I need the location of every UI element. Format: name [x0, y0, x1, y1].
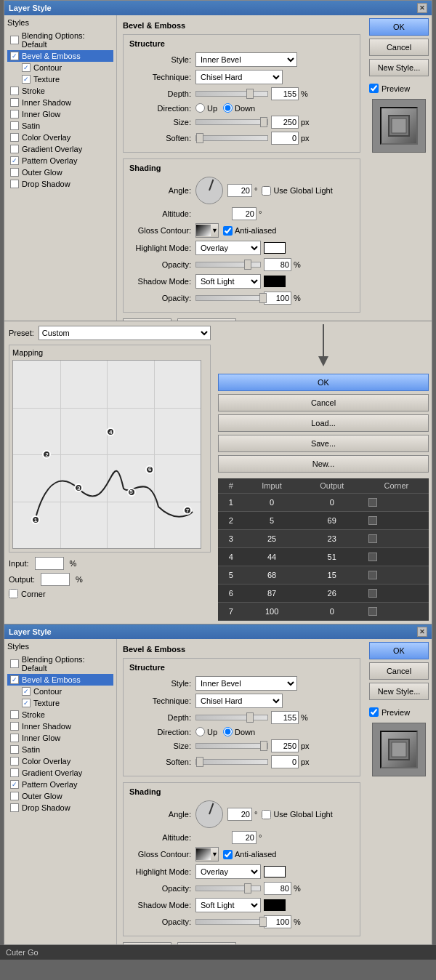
technique-dropdown-2[interactable]: Chisel Hard [195, 694, 283, 708]
technique-dropdown[interactable]: Chisel Hard [195, 70, 283, 84]
highlight-mode-dropdown-2[interactable]: Overlay [195, 864, 261, 879]
sidebar-1-item-2[interactable]: Contour [7, 62, 113, 73]
sidebar-2-check-2[interactable] [22, 687, 31, 696]
reset-to-default-btn-2[interactable]: Reset to Default [177, 942, 236, 944]
soften-input-2[interactable] [271, 755, 299, 768]
direction-up-option-2[interactable]: Up [195, 727, 217, 736]
style-dropdown[interactable]: Inner Bevel [195, 52, 297, 67]
reset-to-default-btn[interactable]: Reset to Default [177, 318, 236, 321]
sidebar-2-check-10[interactable] [10, 780, 19, 789]
curve-ok-btn[interactable]: OK [218, 374, 429, 391]
sidebar-2-item-12[interactable]: Drop Shadow [7, 802, 113, 814]
sidebar-1-item-9[interactable]: Gradient Overlay [7, 143, 113, 155]
size-input-2[interactable] [271, 739, 299, 752]
use-global-light-option-2[interactable]: Use Global Light [262, 810, 332, 819]
sidebar-2-item-5[interactable]: Inner Shadow [7, 720, 113, 732]
sidebar-2-check-3[interactable] [22, 699, 31, 707]
sidebar-1-item-1[interactable]: Bevel & Emboss [7, 50, 113, 62]
anti-aliased-check-2[interactable] [223, 850, 233, 859]
shadow-mode-dropdown-2[interactable]: Soft Light [195, 898, 261, 912]
shadow-mode-dropdown[interactable]: Soft Light [195, 274, 261, 289]
curve-point-6[interactable]: 6 [145, 465, 154, 474]
angle-dial[interactable] [195, 177, 223, 204]
highlight-color-swatch-2[interactable] [264, 866, 286, 877]
sidebar-2-check-9[interactable] [10, 768, 19, 777]
sidebar-1-item-11[interactable]: Outer Glow [7, 166, 113, 178]
curve-save-btn[interactable]: Save... [218, 435, 429, 452]
soften-thumb-2[interactable] [196, 757, 203, 767]
sidebar-2-item-9[interactable]: Gradient Overlay [7, 767, 113, 779]
sidebar-1-item-3[interactable]: Texture [7, 73, 113, 85]
direction-down-option[interactable]: Down [223, 103, 255, 113]
sidebar-2-check-5[interactable] [10, 722, 19, 731]
highlight-opacity-thumb[interactable] [244, 260, 251, 270]
highlight-opacity-slider[interactable] [195, 262, 261, 268]
sidebar-1-item-10[interactable]: Pattern Overlay [7, 155, 113, 166]
shadow-color-swatch[interactable] [264, 276, 286, 287]
sidebar-1-check-3[interactable] [22, 75, 31, 84]
highlight-opacity-input-2[interactable] [264, 882, 291, 895]
sidebar-2-item-3[interactable]: Texture [7, 697, 113, 709]
sidebar-2-item-11[interactable]: Outer Glow [7, 790, 113, 802]
direction-down-radio-2[interactable] [223, 727, 233, 736]
sidebar-2-check-0[interactable] [10, 659, 19, 668]
sidebar-1-check-5[interactable] [10, 98, 19, 107]
sidebar-1-check-8[interactable] [10, 133, 19, 142]
gloss-contour-btn-2[interactable]: ▼ [195, 847, 219, 861]
sidebar-2-item-0[interactable]: Blending Options: Default [7, 654, 113, 674]
curve-point-2[interactable]: 2 [42, 450, 51, 459]
table-corner-check[interactable] [368, 534, 377, 543]
depth-thumb[interactable] [246, 89, 254, 99]
sidebar-1-item-5[interactable]: Inner Shadow [7, 97, 113, 108]
sidebar-1-check-4[interactable] [10, 87, 19, 95]
sidebar-2-item-2[interactable]: Contour [7, 686, 113, 697]
sidebar-1-item-7[interactable]: Satin [7, 120, 113, 132]
sidebar-1-check-12[interactable] [10, 180, 19, 188]
direction-up-radio[interactable] [195, 103, 205, 113]
angle-dial-2[interactable] [195, 800, 223, 828]
highlight-opacity-input[interactable] [264, 258, 291, 271]
shadow-opacity-thumb[interactable] [259, 293, 267, 303]
altitude-input[interactable] [232, 207, 257, 220]
curve-canvas[interactable]: 1 2 3 4 5 6 7 [12, 360, 201, 549]
sidebar-1-check-7[interactable] [10, 121, 19, 130]
sidebar-1-check-6[interactable] [10, 110, 19, 119]
sidebar-2-item-8[interactable]: Color Overlay [7, 755, 113, 767]
sidebar-1-item-6[interactable]: Inner Glow [7, 108, 113, 120]
sidebar-2-check-12[interactable] [10, 803, 19, 812]
ok-btn-2[interactable]: OK [369, 642, 429, 659]
use-global-light-option[interactable]: Use Global Light [262, 186, 332, 196]
table-corner-check[interactable] [368, 553, 377, 561]
shadow-color-swatch-2[interactable] [264, 899, 286, 911]
curve-point-7[interactable]: 7 [183, 506, 192, 515]
panel-1-close-btn[interactable]: ✕ [417, 3, 427, 13]
make-default-btn[interactable]: Make Default [123, 318, 171, 321]
table-cell-corner[interactable] [364, 603, 429, 621]
sidebar-1-check-0[interactable] [10, 36, 19, 44]
output-field[interactable] [41, 573, 70, 586]
panel-2-close-btn[interactable]: ✕ [417, 627, 427, 637]
sidebar-1-check-11[interactable] [10, 168, 19, 177]
table-cell-corner[interactable] [364, 566, 429, 585]
depth-slider-2[interactable] [195, 715, 268, 720]
sidebar-1-check-10[interactable] [10, 156, 19, 165]
sidebar-1-check-2[interactable] [22, 63, 31, 72]
depth-input-2[interactable] [271, 711, 299, 724]
cancel-btn-1[interactable]: Cancel [369, 39, 429, 56]
sidebar-1-item-12[interactable]: Drop Shadow [7, 178, 113, 190]
altitude-input-2[interactable] [232, 831, 257, 844]
size-thumb[interactable] [260, 117, 267, 127]
soften-slider[interactable] [195, 135, 268, 141]
sidebar-1-item-8[interactable]: Color Overlay [7, 132, 113, 143]
direction-down-radio[interactable] [223, 103, 233, 113]
direction-down-option-2[interactable]: Down [223, 727, 255, 736]
soften-thumb[interactable] [196, 133, 203, 143]
depth-input[interactable] [271, 87, 299, 100]
size-slider[interactable] [195, 119, 268, 125]
ok-btn-1[interactable]: OK [369, 18, 429, 36]
contour-dropdown-arrow-2[interactable]: ▼ [211, 851, 218, 858]
shadow-opacity-thumb-2[interactable] [259, 917, 267, 927]
curve-new-btn[interactable]: New... [218, 455, 429, 473]
shadow-opacity-input[interactable] [264, 292, 291, 305]
anti-aliased-option-2[interactable]: Anti-aliased [223, 850, 276, 859]
